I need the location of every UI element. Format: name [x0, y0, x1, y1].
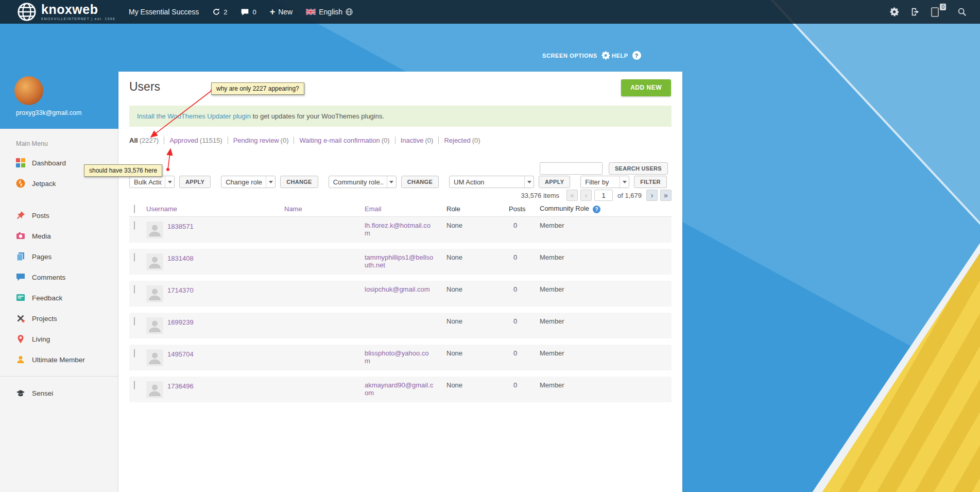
community-role-cell: Member: [540, 349, 672, 357]
filter-by-select[interactable]: Filter by: [580, 176, 629, 188]
add-new-button[interactable]: ADD NEW: [621, 79, 671, 96]
select-row-checkbox[interactable]: [134, 285, 135, 294]
role-cell: None: [446, 349, 509, 357]
username-link[interactable]: 1736496: [167, 381, 194, 390]
users-page-card: Users ADD NEW Install the WooThemes Upda…: [118, 72, 682, 492]
notice-text: to get updates for your WooThemes plugin…: [251, 112, 384, 120]
new-content-menu[interactable]: + New: [270, 7, 293, 16]
posts-cell: 0: [509, 349, 540, 357]
prev-page-button[interactable]: ‹: [580, 190, 592, 201]
select-row-checkbox[interactable]: [134, 317, 135, 326]
community-role-cell: Member: [540, 381, 672, 389]
device-preview-button[interactable]: 0: [931, 7, 946, 17]
username-link[interactable]: 1838571: [167, 222, 194, 230]
select-row-checkbox[interactable]: [134, 221, 135, 230]
updates-count: 2: [223, 8, 227, 16]
username-link[interactable]: 1699239: [167, 317, 194, 326]
annotation-note: should have 33,576 here: [84, 164, 162, 177]
sidebar-item-label: Comments: [32, 274, 65, 281]
page-title: Users: [129, 80, 160, 94]
username-link[interactable]: 1495704: [167, 349, 194, 358]
email-link[interactable]: tammyphillips1@bellsouth.net: [365, 253, 446, 269]
view-inactive: Inactive(0): [395, 137, 439, 144]
view-all-count: (2227): [140, 137, 159, 144]
user-views-filter: All(2227) Approved(11515) Pending review…: [129, 137, 486, 144]
search-users-button[interactable]: SEARCH USERS: [609, 162, 668, 175]
um-action-select[interactable]: UM Action: [449, 176, 534, 188]
dashboard-icon: [16, 158, 25, 167]
column-header-role: Role: [446, 205, 509, 213]
comments-menu[interactable]: 0: [240, 8, 256, 16]
change-community-role-button[interactable]: CHANGE: [401, 176, 439, 188]
monitor-icon: [931, 7, 939, 17]
sidebar-item-ultimate-member[interactable]: Ultimate Member: [0, 349, 118, 370]
feedback-icon: [16, 293, 25, 302]
help-button[interactable]: HELP ?: [612, 51, 641, 60]
bulk-actions-select[interactable]: Bulk Actions: [129, 176, 175, 188]
username-link[interactable]: 1831408: [167, 253, 194, 262]
view-pending-review-link[interactable]: Pending review: [233, 137, 279, 144]
username-link[interactable]: 1714370: [167, 285, 194, 294]
select-row-checkbox[interactable]: [134, 381, 135, 389]
column-header-name[interactable]: Name: [284, 205, 365, 213]
sidebar-item-label: Pages: [32, 253, 51, 261]
email-link[interactable]: akmaynard90@gmail.com: [365, 381, 446, 397]
search-icon[interactable]: [957, 7, 967, 16]
select-all-checkbox[interactable]: [134, 205, 135, 213]
community-role-select[interactable]: Community role...: [329, 176, 397, 188]
chevron-down-icon: [387, 176, 396, 188]
exit-door-icon[interactable]: [910, 7, 920, 16]
chevron-down-icon: [620, 176, 629, 188]
view-pending-review-count: (0): [281, 137, 289, 144]
sidebar-item-comments[interactable]: Comments: [0, 267, 118, 287]
apply-um-action-button[interactable]: APPLY: [539, 176, 570, 188]
bulk-actions-toolbar: Bulk Actions APPLY Change role to... CHA…: [129, 176, 667, 188]
updates-menu[interactable]: 2: [212, 8, 227, 16]
last-page-button[interactable]: »: [660, 190, 672, 201]
row-avatar: [146, 253, 163, 270]
change-role-select[interactable]: Change role to...: [221, 176, 276, 188]
email-link[interactable]: blissphoto@yahoo.com: [365, 349, 446, 365]
view-approved-link[interactable]: Approved: [169, 137, 198, 144]
pagination: 33,576 items « ‹ of 1,679 › »: [521, 190, 672, 201]
select-row-checkbox[interactable]: [134, 253, 135, 262]
knoxweb-logo[interactable]: knoxweb KNOXVILLEINTERNET | est. 1996: [17, 2, 115, 22]
brand-name: knoxweb: [41, 3, 115, 16]
sidebar-item-projects[interactable]: Projects: [0, 308, 118, 329]
posts-cell: 0: [509, 285, 540, 293]
row-avatar: [146, 222, 163, 239]
email-link[interactable]: losipchuk@gmail.com: [365, 285, 442, 293]
current-page-input[interactable]: [594, 190, 613, 201]
select-row-checkbox[interactable]: [134, 349, 135, 358]
table-row: 1736496 akmaynard90@gmail.com None 0 Mem…: [129, 377, 672, 402]
site-name-link[interactable]: My Essential Success: [129, 8, 199, 16]
next-page-button[interactable]: ›: [646, 190, 658, 201]
apply-bulk-button[interactable]: APPLY: [179, 176, 211, 188]
screen-options-button[interactable]: SCREEN OPTIONS: [542, 51, 610, 60]
view-waiting-confirmation-link[interactable]: Waiting e-mail confirmation: [299, 137, 380, 144]
first-page-button[interactable]: «: [566, 190, 578, 201]
search-users-input[interactable]: [540, 162, 603, 175]
column-header-posts: Posts: [509, 205, 540, 213]
sidebar-item-sensei[interactable]: Sensei: [0, 383, 118, 403]
user-avatar[interactable]: [14, 76, 43, 105]
language-switcher[interactable]: English: [306, 8, 353, 16]
column-header-email[interactable]: Email: [365, 205, 446, 213]
sidebar-item-posts[interactable]: Posts: [0, 205, 118, 226]
sidebar-item-feedback[interactable]: Feedback: [0, 287, 118, 308]
filter-button[interactable]: FILTER: [634, 176, 666, 188]
view-all-link[interactable]: All: [129, 137, 138, 144]
column-header-username[interactable]: Username: [146, 205, 284, 213]
community-role-help-icon[interactable]: ?: [593, 206, 600, 213]
view-rejected-link[interactable]: Rejected: [444, 137, 470, 144]
sidebar-item-living[interactable]: Living: [0, 329, 118, 349]
sidebar-item-media[interactable]: Media: [0, 226, 118, 246]
woothemes-updater-link[interactable]: Install the WooThemes Updater plugin: [137, 112, 251, 120]
sidebar-item-pages[interactable]: Pages: [0, 246, 118, 267]
email-link[interactable]: lh.florez.k@hotmail.com: [365, 222, 446, 237]
settings-gear-icon[interactable]: [890, 7, 899, 16]
view-inactive-link[interactable]: Inactive: [401, 137, 424, 144]
community-role-cell: Member: [540, 317, 672, 325]
change-role-button[interactable]: CHANGE: [280, 176, 318, 188]
uk-flag-icon: [306, 9, 316, 15]
